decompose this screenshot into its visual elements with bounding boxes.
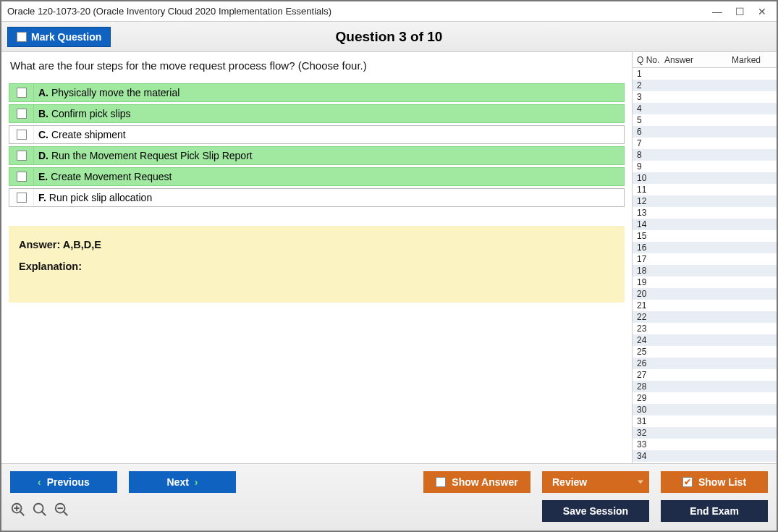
option-checkbox[interactable] bbox=[17, 88, 27, 98]
question-list-scroll[interactable]: 1234567891011121314151617181920212223242… bbox=[633, 68, 777, 463]
question-list-row[interactable]: 17 bbox=[633, 253, 777, 265]
qno-cell: 19 bbox=[633, 277, 664, 287]
qno-cell: 32 bbox=[633, 428, 664, 438]
question-list-row[interactable]: 13 bbox=[633, 207, 777, 219]
question-list-row[interactable]: 29 bbox=[633, 392, 777, 404]
option-text: B. Confirm pick slips bbox=[34, 108, 131, 119]
option-checkbox-cell[interactable] bbox=[9, 126, 34, 143]
option-row[interactable]: F. Run pick slip allocation bbox=[9, 188, 625, 207]
option-row[interactable]: E. Create Movement Request bbox=[9, 167, 625, 186]
option-text: D. Run the Movement Request Pick Slip Re… bbox=[34, 150, 253, 161]
question-list-row[interactable]: 21 bbox=[633, 300, 777, 311]
show-list-label: Show List bbox=[698, 476, 746, 488]
question-list-row[interactable]: 34 bbox=[633, 450, 777, 462]
option-checkbox-cell[interactable] bbox=[9, 168, 34, 185]
question-list-row[interactable]: 23 bbox=[633, 323, 777, 334]
question-list-row[interactable]: 5 bbox=[633, 114, 777, 126]
save-session-button[interactable]: Save Session bbox=[542, 500, 649, 522]
question-list-row[interactable]: 2 bbox=[633, 80, 777, 91]
mark-question-button[interactable]: Mark Question bbox=[7, 27, 111, 47]
option-row[interactable]: B. Confirm pick slips bbox=[9, 104, 625, 123]
maximize-icon[interactable]: ☐ bbox=[735, 6, 745, 17]
qno-cell: 33 bbox=[633, 439, 664, 449]
option-label: Physically move the material bbox=[51, 87, 179, 98]
qno-cell: 22 bbox=[633, 312, 664, 322]
option-row[interactable]: C. Create shipment bbox=[9, 125, 625, 144]
show-list-button[interactable]: Show List bbox=[661, 471, 768, 493]
qno-cell: 30 bbox=[633, 405, 664, 415]
question-list-row[interactable]: 1 bbox=[633, 68, 777, 80]
question-list-row[interactable]: 32 bbox=[633, 427, 777, 439]
question-list-row[interactable]: 10 bbox=[633, 172, 777, 184]
option-checkbox[interactable] bbox=[17, 193, 27, 203]
qno-cell: 8 bbox=[633, 150, 664, 160]
question-list-row[interactable]: 15 bbox=[633, 230, 777, 242]
option-checkbox-cell[interactable] bbox=[9, 189, 34, 206]
question-list-row[interactable]: 31 bbox=[633, 415, 777, 427]
option-label: Run pick slip allocation bbox=[49, 192, 152, 203]
question-list-row[interactable]: 20 bbox=[633, 288, 777, 300]
option-checkbox[interactable] bbox=[17, 130, 27, 140]
question-list-row[interactable]: 19 bbox=[633, 276, 777, 288]
previous-button[interactable]: ‹ Previous bbox=[10, 471, 117, 493]
minimize-icon[interactable]: — bbox=[712, 6, 722, 17]
end-exam-button[interactable]: End Exam bbox=[661, 500, 768, 522]
svg-line-5 bbox=[42, 512, 46, 516]
zoom-out-icon[interactable] bbox=[54, 502, 69, 520]
qno-cell: 21 bbox=[633, 300, 664, 311]
show-answer-button[interactable]: Show Answer bbox=[423, 471, 530, 493]
title-bar: Oracle 1z0-1073-20 (Oracle Inventory Clo… bbox=[1, 1, 777, 22]
option-text: E. Create Movement Request bbox=[34, 171, 172, 182]
zoom-in-icon[interactable] bbox=[10, 502, 26, 520]
show-list-checkbox[interactable] bbox=[682, 477, 693, 487]
qno-cell: 9 bbox=[633, 161, 664, 172]
content-area: What are the four steps for the move req… bbox=[1, 52, 777, 463]
qno-cell: 18 bbox=[633, 266, 664, 276]
question-list-row[interactable]: 7 bbox=[633, 138, 777, 149]
show-answer-checkbox[interactable] bbox=[436, 477, 446, 487]
mark-question-checkbox[interactable] bbox=[17, 32, 27, 42]
question-list-row[interactable]: 18 bbox=[633, 265, 777, 276]
question-list-row[interactable]: 12 bbox=[633, 195, 777, 207]
option-checkbox[interactable] bbox=[17, 109, 27, 119]
option-row[interactable]: A. Physically move the material bbox=[9, 83, 625, 102]
question-list-row[interactable]: 25 bbox=[633, 346, 777, 358]
qno-cell: 5 bbox=[633, 115, 664, 125]
question-list-row[interactable]: 30 bbox=[633, 404, 777, 415]
question-list-row[interactable]: 11 bbox=[633, 184, 777, 195]
option-letter: A. bbox=[38, 87, 48, 98]
question-list-row[interactable]: 35 bbox=[633, 462, 777, 463]
question-list-row[interactable]: 24 bbox=[633, 334, 777, 346]
question-list-row[interactable]: 26 bbox=[633, 358, 777, 369]
question-list-row[interactable]: 22 bbox=[633, 311, 777, 323]
question-list-row[interactable]: 3 bbox=[633, 91, 777, 103]
question-list-row[interactable]: 6 bbox=[633, 126, 777, 138]
option-checkbox-cell[interactable] bbox=[9, 84, 34, 101]
option-row[interactable]: D. Run the Movement Request Pick Slip Re… bbox=[9, 146, 625, 165]
question-list-row[interactable]: 4 bbox=[633, 103, 777, 114]
close-icon[interactable]: ✕ bbox=[758, 6, 766, 17]
option-checkbox[interactable] bbox=[17, 151, 27, 161]
qno-cell: 26 bbox=[633, 358, 664, 368]
next-button[interactable]: Next › bbox=[129, 471, 236, 493]
qno-cell: 27 bbox=[633, 370, 664, 380]
answer-text: Answer: A,B,D,E bbox=[19, 239, 614, 250]
options-list: A. Physically move the materialB. Confir… bbox=[9, 83, 625, 207]
question-list-row[interactable]: 9 bbox=[633, 161, 777, 172]
question-list-row[interactable]: 33 bbox=[633, 439, 777, 450]
review-button[interactable]: Review bbox=[542, 471, 649, 493]
option-label: Create Movement Request bbox=[51, 171, 172, 182]
question-list-row[interactable]: 8 bbox=[633, 149, 777, 161]
option-checkbox-cell[interactable] bbox=[9, 105, 34, 122]
qno-cell: 17 bbox=[633, 254, 664, 264]
qno-cell: 12 bbox=[633, 196, 664, 206]
question-list-row[interactable]: 27 bbox=[633, 369, 777, 381]
option-checkbox-cell[interactable] bbox=[9, 147, 34, 164]
option-checkbox[interactable] bbox=[17, 172, 27, 182]
question-list-row[interactable]: 28 bbox=[633, 381, 777, 392]
zoom-reset-icon[interactable] bbox=[32, 502, 48, 520]
svg-line-1 bbox=[20, 512, 25, 516]
question-list-row[interactable]: 14 bbox=[633, 219, 777, 230]
question-text: What are the four steps for the move req… bbox=[9, 59, 625, 72]
question-list-row[interactable]: 16 bbox=[633, 242, 777, 253]
